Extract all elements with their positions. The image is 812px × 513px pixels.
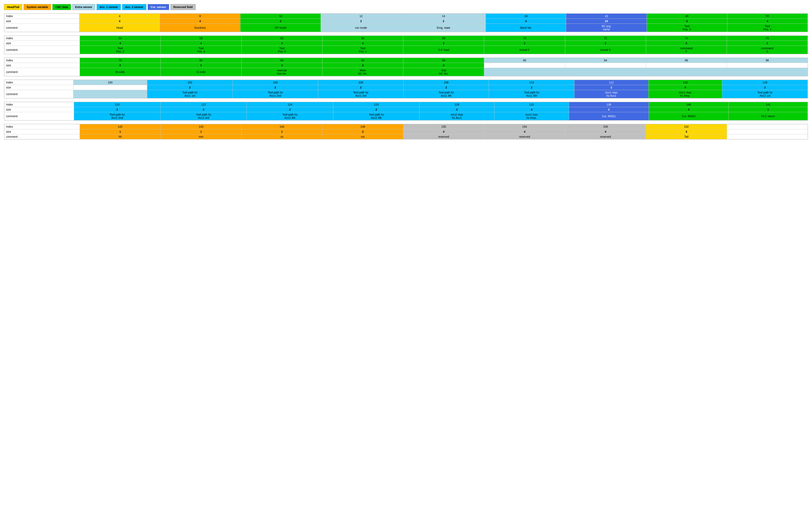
legend-item-acc--2-sensor: Acc. 2 sensor bbox=[122, 4, 146, 10]
cell-2-size-6 bbox=[484, 63, 565, 68]
cell-5-comment-4: ms bbox=[322, 134, 403, 139]
cell-3-size-2: 2 bbox=[147, 85, 233, 90]
row-size-2: size22422 bbox=[4, 63, 808, 68]
cell-5-size-6: 4 bbox=[484, 129, 565, 134]
cell-4-comment-5: Acc2 maxhz Acc1 bbox=[419, 112, 494, 120]
cell-5-index-9 bbox=[727, 124, 808, 129]
table-4: Index120122124123128132136140141size2222… bbox=[4, 102, 808, 120]
table-1: Index545862666870727476size444422222comm… bbox=[4, 36, 808, 54]
cell-4-index-1: 120 bbox=[74, 102, 160, 107]
cell-1-comment-1: ToolPos. Z bbox=[80, 46, 161, 54]
table-3: Index100102104106108110112116118size2222… bbox=[4, 80, 808, 98]
row-label-comment: comment bbox=[4, 90, 74, 98]
row-index-3: Index100102104106108110112116118 bbox=[4, 80, 808, 85]
cell-4-size-8: 4 bbox=[649, 107, 728, 112]
cell-1-comment-8: commandF bbox=[646, 46, 727, 54]
cell-0-size-7: 24 bbox=[566, 19, 647, 24]
row-label-index: Index bbox=[4, 14, 80, 19]
cell-5-size-2: 1 bbox=[161, 129, 241, 134]
cell-4-size-4: 2 bbox=[333, 107, 419, 112]
cell-3-comment-9: Tool path hzAcc2 1st bbox=[722, 90, 808, 98]
cell-1-index-4: 66 bbox=[322, 36, 403, 41]
cell-1-comment-3: ToolPos. b bbox=[241, 46, 322, 54]
row-label-index: Index bbox=[4, 102, 74, 107]
cell-2-index-6: 90 bbox=[484, 58, 565, 63]
cell-5-comment-2: mm bbox=[161, 134, 241, 139]
section-3: Index100102104106108110112116118size2222… bbox=[4, 80, 808, 98]
cell-3-size-4: 2 bbox=[318, 85, 404, 90]
cell-3-comment-8: Acc1 maxhz Amp. bbox=[648, 90, 722, 98]
row-index-4: Index120122124123128132136140141 bbox=[4, 102, 808, 107]
legend-item-head/tail: Head/Tail bbox=[4, 4, 22, 10]
cell-5-comment-1: hh bbox=[80, 134, 161, 139]
cell-4-size-2: 2 bbox=[160, 107, 246, 112]
cell-2-comment-6 bbox=[484, 68, 565, 76]
cell-4-size-3: 2 bbox=[247, 107, 333, 112]
row-comment-1: commentToolPos. ZToolPos. aToolPos. bToo… bbox=[4, 46, 808, 54]
cell-0-index-5: 14 bbox=[401, 14, 486, 19]
cell-2-index-8: 96 bbox=[646, 58, 727, 63]
cell-3-size-3: 2 bbox=[233, 85, 318, 90]
cell-3-comment-1 bbox=[73, 90, 147, 98]
cell-5-comment-6: reserved bbox=[484, 134, 565, 139]
cell-0-index-4: 12 bbox=[321, 14, 401, 19]
cell-0-comment-4: run mode bbox=[321, 24, 401, 32]
cell-2-index-7: 94 bbox=[565, 58, 646, 63]
cell-5-index-7: 158 bbox=[565, 124, 646, 129]
cell-5-size-7: 4 bbox=[565, 129, 646, 134]
cell-4-comment-9: PLC return bbox=[728, 112, 808, 120]
cell-1-index-3: 62 bbox=[241, 36, 322, 41]
cell-1-index-5: 68 bbox=[403, 36, 484, 41]
cell-2-index-4: 86 bbox=[322, 58, 403, 63]
cell-0-size-3: 2 bbox=[240, 19, 321, 24]
legend-item-system-variable: System variable bbox=[24, 4, 51, 10]
cell-5-index-6: 154 bbox=[484, 124, 565, 129]
cell-0-comment-9: ToolPos. Y bbox=[727, 24, 808, 32]
cell-2-size-1: 2 bbox=[80, 63, 161, 68]
row-comment-5: commenthhmmssmsreservedreservedreservedT… bbox=[4, 134, 808, 139]
section-0: Index4810121418424650size4422242444comme… bbox=[4, 13, 808, 32]
cell-5-index-1: 142 bbox=[80, 124, 161, 129]
cell-1-size-7: 2 bbox=[565, 41, 646, 46]
cell-5-size-8: 4 bbox=[646, 129, 727, 134]
cell-1-size-1: 4 bbox=[80, 41, 161, 46]
cell-5-index-5: 150 bbox=[403, 124, 484, 129]
cell-5-size-9 bbox=[727, 129, 808, 134]
cell-0-index-2: 8 bbox=[160, 14, 240, 19]
row-label-index: Index bbox=[4, 80, 74, 85]
row-index-0: Index4810121418424650 bbox=[4, 14, 808, 19]
cell-3-index-3: 104 bbox=[233, 80, 318, 85]
legend-item-cur--sensor: Cur. sensor bbox=[148, 4, 169, 10]
cell-1-index-7: 72 bbox=[565, 36, 646, 41]
cell-0-index-6: 18 bbox=[486, 14, 566, 19]
cell-3-size-9: 2 bbox=[722, 85, 808, 90]
cell-3-comment-3: Tool path hzAcc1 2nd bbox=[233, 90, 318, 98]
row-label-size: size bbox=[4, 129, 80, 134]
cell-1-size-2: 4 bbox=[161, 41, 241, 46]
cell-2-size-5: 2 bbox=[403, 63, 484, 68]
cell-3-index-8: 116 bbox=[648, 80, 722, 85]
cell-0-comment-6: block No. bbox=[486, 24, 566, 32]
cell-2-comment-3: executeline No. bbox=[241, 68, 322, 76]
row-index-1: Index545862666870727476 bbox=[4, 36, 808, 41]
cell-3-comment-6: Tool path hzAcc1 5th bbox=[489, 90, 575, 98]
cell-0-size-6: 4 bbox=[486, 19, 566, 24]
cell-0-comment-2: functions bbox=[160, 24, 240, 32]
row-comment-3: commentTool path hzAcc1 1stTool path hzA… bbox=[4, 90, 808, 98]
legend: Head/TailSystem variableCNC dataExtra se… bbox=[4, 4, 808, 10]
cell-4-comment-4: Tool path hzAcc2 5th bbox=[333, 112, 419, 120]
cell-2-size-9 bbox=[727, 63, 808, 68]
cell-1-index-1: 54 bbox=[80, 36, 161, 41]
cell-1-comment-9: commandS bbox=[727, 46, 808, 54]
cell-1-size-5: 2 bbox=[403, 41, 484, 46]
cell-5-index-2: 143 bbox=[161, 124, 241, 129]
cell-4-comment-7: Cur. RMS1 bbox=[569, 112, 649, 120]
cell-3-comment-2: Tool path hzAcc1 1st bbox=[147, 90, 233, 98]
table-0: Index4810121418424650size4422242444comme… bbox=[4, 13, 808, 32]
cell-3-size-7: 2 bbox=[575, 85, 648, 90]
cell-0-comment-1: Head bbox=[80, 24, 160, 32]
cell-0-index-7: 42 bbox=[566, 14, 647, 19]
row-label-index: Index bbox=[4, 124, 80, 129]
cell-1-size-6: 2 bbox=[484, 41, 565, 46]
row-label-comment: comment bbox=[4, 134, 80, 139]
